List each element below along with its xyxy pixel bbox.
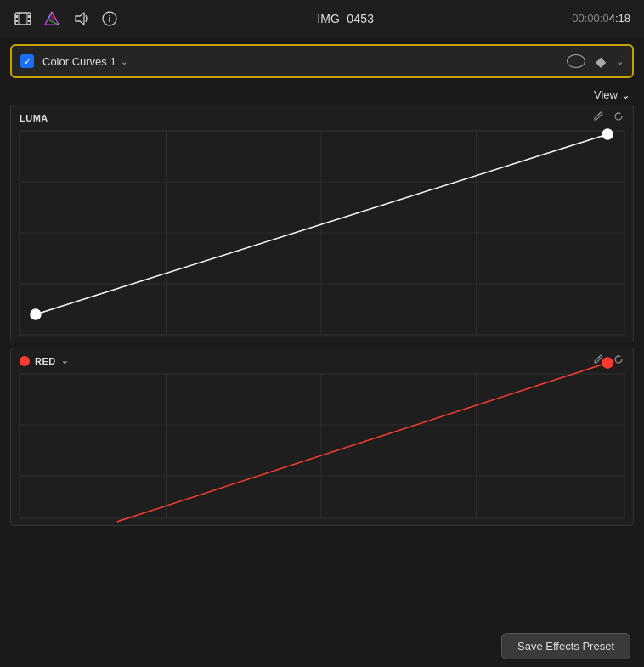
svg-marker-16 [619,111,621,114]
bottom-bar: Save Effects Preset [0,625,644,667]
svg-marker-26 [619,354,621,357]
svg-rect-32 [20,374,624,518]
mask-icon[interactable] [567,54,585,68]
red-reset-icon[interactable] [613,353,624,368]
color-icon[interactable] [42,9,61,28]
svg-line-33 [117,363,607,522]
film-icon[interactable] [14,9,32,28]
effect-header-icons: ◆ ⌄ [567,54,624,70]
luma-end-point[interactable] [602,129,613,139]
luma-tools [592,110,624,125]
toolbar-time: 00:00:04:18 [572,12,630,25]
toolbar: i IMG_0453 00:00:04:18 [0,0,644,37]
toolbar-title: IMG_0453 [317,12,374,25]
svg-rect-2 [15,20,18,22]
svg-line-25 [599,357,601,359]
luma-curve-svg[interactable] [11,105,633,342]
svg-rect-3 [28,15,31,18]
toolbar-left: i [14,9,119,28]
svg-rect-1 [15,15,18,18]
luma-label-row: LUMA [11,105,633,125]
red-curve-svg[interactable] [11,348,633,526]
luma-label: LUMA [20,113,48,123]
red-color-dot [20,356,30,366]
svg-text:i: i [109,14,111,24]
curves-container: LUMA [0,105,644,531]
red-chevron: ⌄ [61,356,69,365]
red-tools [592,353,624,368]
red-panel: RED ⌄ [10,348,634,526]
svg-marker-8 [48,12,56,20]
luma-reset-icon[interactable] [613,110,624,125]
view-row: View ⌄ [0,85,644,105]
keyframe-icon[interactable]: ◆ [596,54,606,70]
time-prefix: 00:00:0 [572,12,608,25]
svg-line-15 [599,114,601,116]
view-chevron: ⌄ [621,88,630,101]
effect-name-chevron: ⌄ [121,57,127,66]
time-highlight: 4:18 [609,12,630,25]
audio-icon[interactable] [71,9,90,28]
svg-marker-12 [76,13,84,25]
save-effects-preset-button[interactable]: Save Effects Preset [501,633,630,659]
expand-icon[interactable]: ⌄ [616,56,624,67]
luma-eyedropper-icon[interactable] [592,110,604,125]
view-button[interactable]: View ⌄ [594,88,630,101]
svg-rect-4 [28,20,31,22]
effect-name[interactable]: Color Curves 1 ⌄ [42,55,567,68]
luma-start-point[interactable] [31,309,41,319]
luma-panel: LUMA [10,105,634,342]
info-icon[interactable]: i [100,9,119,28]
red-eyedropper-icon[interactable] [592,353,604,368]
red-label-row: RED ⌄ [11,348,633,368]
svg-rect-0 [15,13,31,25]
red-label: RED ⌄ [20,356,68,366]
effect-header: ✓ Color Curves 1 ⌄ ◆ ⌄ [10,44,634,78]
effect-enable-checkbox[interactable]: ✓ [20,54,34,68]
